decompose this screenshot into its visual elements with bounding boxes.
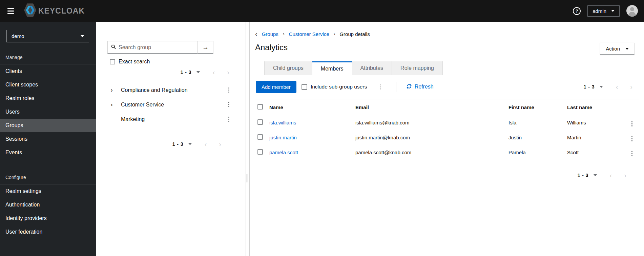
member-first-name: Pamela — [508, 150, 567, 155]
include-subgroup-label: Include sub-group users — [311, 84, 367, 90]
nav-spacer — [0, 159, 96, 170]
pagination-range: 1 - 3 — [172, 141, 184, 147]
refresh-icon — [407, 84, 412, 90]
breadcrumb-link-customer-service[interactable]: Customer Service — [289, 31, 329, 37]
column-header-last-name: Last name — [567, 104, 627, 110]
tree-item-label[interactable]: Customer Service — [121, 102, 164, 108]
tab-child-groups[interactable]: Child groups — [264, 61, 312, 75]
kebab-menu-icon[interactable] — [227, 86, 231, 94]
previous-page-icon[interactable]: ‹ — [213, 69, 215, 76]
next-page-icon[interactable]: › — [227, 69, 229, 76]
breadcrumb-link-groups[interactable]: Groups — [262, 31, 278, 37]
breadcrumb-separator-icon: › — [334, 31, 335, 37]
sidebar-item-groups[interactable]: Groups — [0, 119, 96, 132]
sidebar-item-sessions[interactable]: Sessions — [0, 132, 96, 146]
previous-page-icon[interactable]: ‹ — [205, 141, 207, 147]
breadcrumb-back-icon[interactable]: ‹ — [255, 31, 257, 37]
sidebar-item-events[interactable]: Events — [0, 146, 96, 159]
kebab-menu-icon[interactable] — [227, 101, 231, 109]
group-tree: › Compliance and Regulation › Customer S… — [96, 83, 246, 126]
kebab-menu-icon[interactable] — [630, 135, 634, 143]
keycloak-admin-console: KEYCLOAK ? admin demo Manage Clients Cli… — [0, 0, 644, 256]
help-icon[interactable]: ? — [573, 7, 581, 15]
include-subgroup-checkbox[interactable] — [302, 84, 307, 90]
sidebar-item-identity-providers[interactable]: Identity providers — [0, 212, 96, 225]
sidebar-item-realm-settings[interactable]: Realm settings — [0, 184, 96, 198]
tree-row-compliance-and-regulation[interactable]: › Compliance and Regulation — [96, 83, 246, 97]
user-menu-dropdown[interactable]: admin — [587, 5, 620, 17]
column-header-name: Name — [269, 104, 355, 110]
row-checkbox[interactable] — [257, 149, 263, 155]
kebab-menu-icon[interactable] — [378, 83, 382, 91]
expand-chevron-icon[interactable]: › — [111, 101, 121, 108]
realm-select-dropdown[interactable]: demo — [6, 30, 89, 42]
tab-attributes[interactable]: Attributes — [352, 61, 392, 75]
group-search-input[interactable] — [119, 44, 194, 51]
next-page-icon[interactable]: › — [219, 141, 221, 147]
tree-pagination-top: 1 - 3 ‹ › — [96, 69, 246, 76]
member-last-name: Martin — [567, 135, 627, 140]
kebab-menu-icon[interactable] — [227, 115, 231, 123]
search-submit-arrow-icon[interactable]: → — [198, 41, 213, 54]
member-username-link[interactable]: pamela.scott — [269, 150, 355, 155]
per-page-caret-icon[interactable] — [594, 174, 597, 176]
members-pagination-bottom: 1 - 3 ‹ › — [578, 172, 626, 179]
tree-item-label[interactable]: Marketing — [121, 116, 145, 122]
sidebar-item-client-scopes[interactable]: Client scopes — [0, 78, 96, 92]
member-email: justin.martin@knab.com — [355, 135, 508, 140]
refresh-button[interactable]: Refresh — [407, 84, 434, 90]
pagination-range: 1 - 3 — [578, 173, 589, 178]
members-table: Name Email First name Last name isla.wil… — [255, 99, 639, 160]
toolbar-divider — [396, 82, 396, 92]
select-all-checkbox[interactable] — [257, 104, 263, 110]
next-page-icon[interactable]: › — [630, 83, 632, 90]
next-page-icon[interactable]: › — [624, 172, 626, 179]
chevron-down-icon — [625, 48, 629, 50]
member-email: pamela.scott@knab.com — [355, 150, 508, 155]
add-member-button[interactable]: Add member — [256, 81, 296, 93]
tree-row-customer-service[interactable]: › Customer Service — [96, 97, 246, 112]
member-username-link[interactable]: justin.martin — [269, 135, 355, 140]
action-dropdown-label: Action — [606, 46, 620, 52]
nav-toggle-menu-icon[interactable] — [6, 7, 15, 15]
tree-item-label[interactable]: Compliance and Regulation — [121, 87, 188, 93]
group-details-content: ‹ Groups › Customer Service › Group deta… — [250, 22, 644, 256]
refresh-label: Refresh — [415, 84, 434, 90]
exact-search-checkbox[interactable] — [110, 59, 115, 64]
kebab-menu-icon[interactable] — [630, 120, 634, 128]
column-header-email: Email — [355, 104, 508, 110]
include-subgroup-control: Include sub-group users — [302, 84, 367, 90]
sidebar-item-clients[interactable]: Clients — [0, 64, 96, 78]
tab-members[interactable]: Members — [312, 61, 352, 75]
breadcrumb: ‹ Groups › Customer Service › Group deta… — [255, 31, 639, 37]
user-menu-label: admin — [593, 8, 606, 14]
member-username-link[interactable]: isla.williams — [269, 120, 355, 125]
previous-page-icon[interactable]: ‹ — [610, 172, 612, 179]
row-checkbox[interactable] — [257, 119, 263, 125]
keycloak-hexagon-icon — [24, 3, 36, 18]
panel-resize-handle[interactable] — [246, 22, 250, 256]
kebab-menu-icon[interactable] — [630, 150, 634, 158]
pagination-range: 1 - 3 — [584, 84, 595, 90]
per-page-caret-icon[interactable] — [188, 143, 192, 145]
table-row: pamela.scott pamela.scott@knab.com Pamel… — [255, 145, 639, 160]
sidebar-item-user-federation[interactable]: User federation — [0, 225, 96, 239]
chevron-down-icon — [611, 10, 615, 12]
tab-role-mapping[interactable]: Role mapping — [392, 61, 443, 75]
tree-pagination-bottom: 1 - 3 ‹ › — [96, 141, 246, 147]
previous-page-icon[interactable]: ‹ — [616, 83, 618, 90]
sidebar-item-authentication[interactable]: Authentication — [0, 198, 96, 212]
user-avatar[interactable] — [626, 5, 638, 17]
nav-section-title-manage: Manage — [0, 50, 96, 64]
groups-tree-panel: → Exact search 1 - 3 ‹ › › Compliance an… — [96, 22, 246, 256]
expand-chevron-icon[interactable]: › — [111, 87, 121, 94]
per-page-caret-icon[interactable] — [600, 86, 603, 88]
tree-row-marketing[interactable]: Marketing — [96, 112, 246, 126]
chevron-down-icon — [81, 35, 84, 37]
sidebar-item-users[interactable]: Users — [0, 105, 96, 119]
sidebar-item-realm-roles[interactable]: Realm roles — [0, 92, 96, 105]
per-page-caret-icon[interactable] — [196, 71, 200, 73]
resize-grip-icon — [247, 174, 248, 182]
action-dropdown[interactable]: Action — [600, 43, 635, 55]
row-checkbox[interactable] — [257, 134, 263, 140]
